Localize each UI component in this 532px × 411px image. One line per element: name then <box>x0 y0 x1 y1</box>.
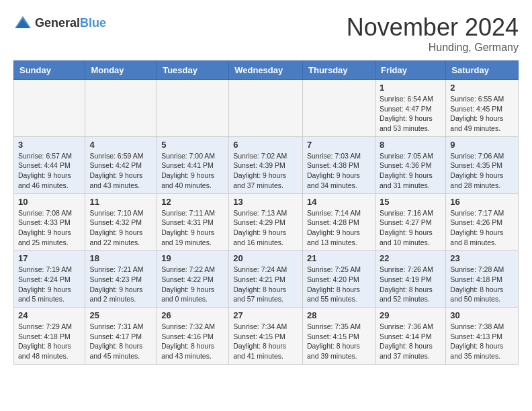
weekday-header-monday: Monday <box>85 61 157 80</box>
calendar-cell: 4Sunrise: 6:59 AMSunset: 4:42 PMDaylight… <box>85 136 157 193</box>
day-info: Sunrise: 6:57 AMSunset: 4:44 PMDaylight:… <box>18 151 81 191</box>
day-info: Sunrise: 6:59 AMSunset: 4:42 PMDaylight:… <box>89 151 152 191</box>
calendar-cell: 3Sunrise: 6:57 AMSunset: 4:44 PMDaylight… <box>14 136 85 193</box>
header: GeneralBlue November 2024 Hunding, Germa… <box>13 13 519 54</box>
calendar-cell: 27Sunrise: 7:34 AMSunset: 4:15 PMDayligh… <box>229 308 303 365</box>
day-info: Sunrise: 7:08 AMSunset: 4:33 PMDaylight:… <box>18 208 81 248</box>
day-info: Sunrise: 7:31 AMSunset: 4:17 PMDaylight:… <box>89 322 152 361</box>
calendar-cell: 18Sunrise: 7:21 AMSunset: 4:23 PMDayligh… <box>85 250 157 308</box>
day-info: Sunrise: 7:36 AMSunset: 4:14 PMDaylight:… <box>380 322 441 361</box>
calendar-cell <box>229 80 303 137</box>
calendar-cell: 30Sunrise: 7:38 AMSunset: 4:13 PMDayligh… <box>446 308 519 365</box>
day-number: 26 <box>161 310 224 320</box>
weekday-header-thursday: Thursday <box>303 61 375 80</box>
calendar-table: SundayMondayTuesdayWednesdayThursdayFrid… <box>13 60 519 365</box>
day-info: Sunrise: 7:26 AMSunset: 4:19 PMDaylight:… <box>380 265 441 304</box>
day-info: Sunrise: 7:05 AMSunset: 4:36 PMDaylight:… <box>380 151 441 191</box>
calendar-cell: 9Sunrise: 7:06 AMSunset: 4:35 PMDaylight… <box>446 136 519 193</box>
logo-blue: Blue <box>80 16 106 30</box>
day-number: 20 <box>233 253 298 263</box>
day-number: 19 <box>161 253 224 263</box>
day-number: 25 <box>89 310 152 320</box>
calendar-cell: 26Sunrise: 7:32 AMSunset: 4:16 PMDayligh… <box>157 308 229 365</box>
calendar-cell: 16Sunrise: 7:17 AMSunset: 4:26 PMDayligh… <box>446 193 519 250</box>
day-info: Sunrise: 7:34 AMSunset: 4:15 PMDaylight:… <box>233 322 298 361</box>
calendar-cell: 29Sunrise: 7:36 AMSunset: 4:14 PMDayligh… <box>375 308 445 365</box>
day-info: Sunrise: 7:28 AMSunset: 4:18 PMDaylight:… <box>450 265 514 304</box>
day-number: 18 <box>89 253 152 263</box>
calendar-week-row: 3Sunrise: 6:57 AMSunset: 4:44 PMDaylight… <box>14 136 519 193</box>
calendar-cell: 2Sunrise: 6:55 AMSunset: 4:45 PMDaylight… <box>446 80 519 137</box>
calendar-cell: 10Sunrise: 7:08 AMSunset: 4:33 PMDayligh… <box>14 193 85 250</box>
logo-icon <box>13 13 32 32</box>
calendar-cell <box>14 80 85 137</box>
day-info: Sunrise: 7:25 AMSunset: 4:20 PMDaylight:… <box>307 265 371 304</box>
day-info: Sunrise: 7:19 AMSunset: 4:24 PMDaylight:… <box>18 265 81 304</box>
calendar-cell: 14Sunrise: 7:14 AMSunset: 4:28 PMDayligh… <box>303 193 375 250</box>
day-info: Sunrise: 7:24 AMSunset: 4:21 PMDaylight:… <box>233 265 298 304</box>
day-number: 1 <box>380 83 441 93</box>
calendar-cell: 19Sunrise: 7:22 AMSunset: 4:22 PMDayligh… <box>157 250 229 308</box>
day-number: 15 <box>380 197 441 207</box>
calendar-cell: 24Sunrise: 7:29 AMSunset: 4:18 PMDayligh… <box>14 308 85 365</box>
calendar-cell: 22Sunrise: 7:26 AMSunset: 4:19 PMDayligh… <box>375 250 445 308</box>
day-info: Sunrise: 7:06 AMSunset: 4:35 PMDaylight:… <box>450 151 514 191</box>
day-number: 21 <box>307 253 371 263</box>
day-info: Sunrise: 7:32 AMSunset: 4:16 PMDaylight:… <box>161 322 224 361</box>
day-number: 3 <box>18 140 81 150</box>
day-number: 22 <box>380 253 441 263</box>
day-info: Sunrise: 7:17 AMSunset: 4:26 PMDaylight:… <box>450 208 514 248</box>
calendar-week-row: 24Sunrise: 7:29 AMSunset: 4:18 PMDayligh… <box>14 308 519 365</box>
calendar-cell: 13Sunrise: 7:13 AMSunset: 4:29 PMDayligh… <box>229 193 303 250</box>
day-info: Sunrise: 7:16 AMSunset: 4:27 PMDaylight:… <box>380 208 441 248</box>
day-number: 17 <box>18 253 81 263</box>
weekday-header-row: SundayMondayTuesdayWednesdayThursdayFrid… <box>14 61 519 80</box>
title-area: November 2024 Hunding, Germany <box>347 13 519 54</box>
day-number: 5 <box>161 140 224 150</box>
day-number: 12 <box>161 197 224 207</box>
day-info: Sunrise: 7:10 AMSunset: 4:32 PMDaylight:… <box>89 208 152 248</box>
weekday-header-wednesday: Wednesday <box>229 61 303 80</box>
calendar-week-row: 1Sunrise: 6:54 AMSunset: 4:47 PMDaylight… <box>14 80 519 137</box>
day-number: 9 <box>450 140 514 150</box>
day-info: Sunrise: 7:13 AMSunset: 4:29 PMDaylight:… <box>233 208 298 248</box>
calendar-cell <box>157 80 229 137</box>
calendar-cell: 25Sunrise: 7:31 AMSunset: 4:17 PMDayligh… <box>85 308 157 365</box>
day-info: Sunrise: 7:03 AMSunset: 4:38 PMDaylight:… <box>307 151 371 191</box>
logo: GeneralBlue <box>13 13 106 32</box>
day-info: Sunrise: 7:21 AMSunset: 4:23 PMDaylight:… <box>89 265 152 304</box>
calendar-cell: 17Sunrise: 7:19 AMSunset: 4:24 PMDayligh… <box>14 250 85 308</box>
day-number: 2 <box>450 83 514 93</box>
day-number: 28 <box>307 310 371 320</box>
day-number: 11 <box>89 197 152 207</box>
day-number: 30 <box>450 310 514 320</box>
day-info: Sunrise: 7:29 AMSunset: 4:18 PMDaylight:… <box>18 322 81 361</box>
weekday-header-friday: Friday <box>375 61 445 80</box>
day-number: 13 <box>233 197 298 207</box>
day-number: 6 <box>233 140 298 150</box>
day-info: Sunrise: 7:38 AMSunset: 4:13 PMDaylight:… <box>450 322 514 361</box>
day-number: 27 <box>233 310 298 320</box>
logo-general: General <box>35 16 80 30</box>
day-info: Sunrise: 6:54 AMSunset: 4:47 PMDaylight:… <box>380 94 441 134</box>
day-number: 16 <box>450 197 514 207</box>
calendar-cell <box>303 80 375 137</box>
day-info: Sunrise: 7:35 AMSunset: 4:15 PMDaylight:… <box>307 322 371 361</box>
calendar-cell: 28Sunrise: 7:35 AMSunset: 4:15 PMDayligh… <box>303 308 375 365</box>
calendar-cell: 23Sunrise: 7:28 AMSunset: 4:18 PMDayligh… <box>446 250 519 308</box>
day-number: 29 <box>380 310 441 320</box>
calendar-week-row: 17Sunrise: 7:19 AMSunset: 4:24 PMDayligh… <box>14 250 519 308</box>
logo-text: GeneralBlue <box>35 16 106 30</box>
day-info: Sunrise: 7:11 AMSunset: 4:31 PMDaylight:… <box>161 208 224 248</box>
day-number: 23 <box>450 253 514 263</box>
calendar-cell: 12Sunrise: 7:11 AMSunset: 4:31 PMDayligh… <box>157 193 229 250</box>
day-number: 14 <box>307 197 371 207</box>
day-info: Sunrise: 7:14 AMSunset: 4:28 PMDaylight:… <box>307 208 371 248</box>
calendar-week-row: 10Sunrise: 7:08 AMSunset: 4:33 PMDayligh… <box>14 193 519 250</box>
day-number: 8 <box>380 140 441 150</box>
calendar-cell: 15Sunrise: 7:16 AMSunset: 4:27 PMDayligh… <box>375 193 445 250</box>
calendar-cell: 8Sunrise: 7:05 AMSunset: 4:36 PMDaylight… <box>375 136 445 193</box>
weekday-header-tuesday: Tuesday <box>157 61 229 80</box>
day-info: Sunrise: 7:22 AMSunset: 4:22 PMDaylight:… <box>161 265 224 304</box>
month-title: November 2024 <box>347 13 519 42</box>
